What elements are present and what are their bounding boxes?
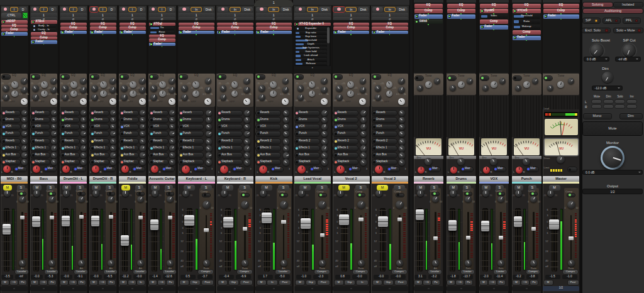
svg-text:VU: VU <box>558 146 563 150</box>
svg-text:VU: VU <box>458 146 464 150</box>
svg-text:VU: VU <box>491 146 496 150</box>
svg-text:VU: VU <box>524 146 529 150</box>
svg-text:VU: VU <box>426 146 431 150</box>
